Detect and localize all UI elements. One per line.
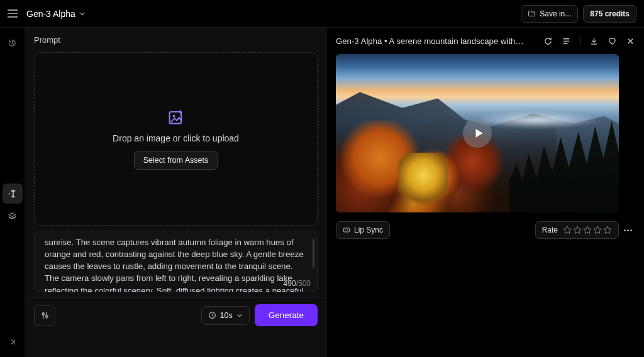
star-icon[interactable] [573,226,582,234]
left-rail [0,28,25,357]
menu-icon[interactable] [8,9,18,19]
prompt-textarea[interactable]: sunrise. The scene captures vibrant autu… [34,231,318,292]
prompt-panel: Prompt Drop an image or click to upload … [25,28,327,357]
text-tool-icon[interactable] [3,184,23,204]
layers-icon[interactable] [3,206,23,226]
prompt-text-content: sunrise. The scene captures vibrant autu… [35,231,317,292]
image-dropzone[interactable]: Drop an image or click to upload Select … [34,52,318,226]
char-counter: 490/500 [284,279,311,288]
chevron-down-icon [79,11,86,17]
download-icon[interactable] [589,36,599,46]
duration-selector[interactable]: 10s [201,306,250,325]
sliders-icon [40,310,50,320]
preview-panel: Gen-3 Alpha • A serene mountain landscap… [327,28,644,357]
refresh-icon[interactable] [543,36,553,46]
scrollbar-thumb[interactable] [313,239,314,268]
heart-icon[interactable] [608,36,617,46]
svg-point-2 [172,115,175,118]
prompt-section-label: Prompt [25,28,326,48]
svg-rect-6 [344,228,350,232]
collapse-icon[interactable] [3,332,23,352]
generate-button[interactable]: Generate [255,304,318,326]
play-button[interactable] [463,119,492,148]
rating-stars[interactable] [563,226,612,234]
list-icon[interactable] [562,36,571,46]
video-preview[interactable] [336,54,619,212]
history-icon[interactable] [3,33,23,53]
star-icon[interactable] [563,226,572,234]
chevron-down-icon [236,312,243,319]
save-in-button[interactable]: Save in... [521,5,578,23]
star-icon[interactable] [593,226,602,234]
settings-button[interactable] [34,305,55,326]
output-title: Gen-3 Alpha • A serene mountain landscap… [336,36,525,46]
dropzone-text: Drop an image or click to upload [113,133,239,143]
divider [580,36,580,46]
rate-chip[interactable]: Rate [535,221,619,239]
more-menu-icon[interactable] [624,229,635,231]
close-icon[interactable] [626,36,635,46]
star-icon[interactable] [583,226,592,234]
upload-image-icon [167,108,185,126]
select-assets-button[interactable]: Select from Assets [134,151,218,170]
svg-point-0 [9,193,10,194]
lip-sync-button[interactable]: Lip Sync [336,221,390,239]
svg-point-4 [45,316,47,317]
model-selector[interactable]: Gen-3 Alpha [26,9,86,19]
credits-badge[interactable]: 875 credits [583,5,636,23]
star-icon[interactable] [603,226,612,234]
clock-icon [208,311,216,319]
rate-label: Rate [542,226,558,234]
folder-icon [528,9,536,18]
model-name: Gen-3 Alpha [26,9,75,19]
caption-icon [343,226,350,234]
svg-point-3 [42,313,44,315]
